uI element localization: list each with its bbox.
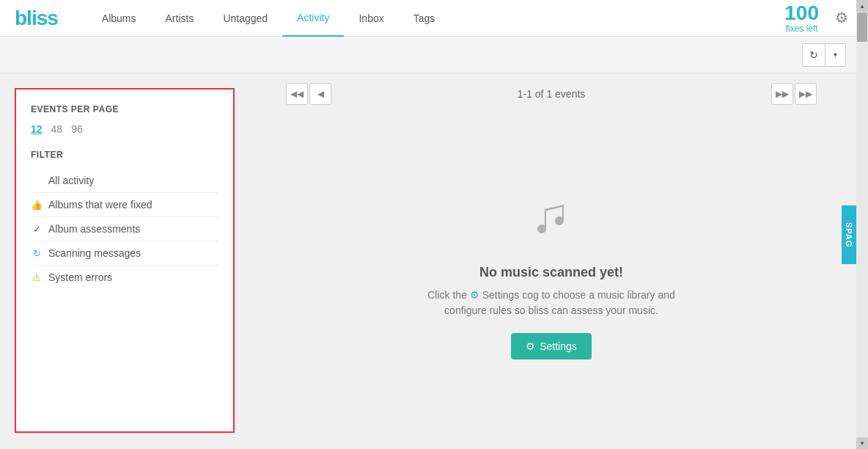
refresh-button[interactable]: ↻ [802,43,825,67]
settings-button-icon: ⚙ [526,340,535,352]
music-note-icon [526,189,577,250]
nav-albums[interactable]: Albums [87,0,151,37]
events-per-page-options: 12 48 96 [31,123,218,135]
first-page-icon: ◀◀ [290,89,304,99]
empty-state-title: No music scanned yet! [479,265,623,280]
settings-button-label: Settings [540,340,577,352]
gear-icon: ⚙ [835,9,848,26]
scan-icon: ↻ [31,248,43,259]
side-tab[interactable]: SPAG [842,205,856,264]
toolbar: ↻ ▾ [0,37,868,73]
last-page-icon: ▶▶ [799,89,812,99]
prev-page-button[interactable]: ◀ [309,83,331,105]
filter-scanning-messages-label: Scanning messages [48,247,141,259]
scroll-thumb[interactable] [857,12,867,42]
filter-system-errors-label: System errors [48,271,112,283]
warning-icon: ⚠ [31,272,43,283]
nav-inbox[interactable]: Inbox [344,0,398,37]
epp-96[interactable]: 96 [71,123,83,135]
fixes-count: 100 fixes left [784,2,819,34]
main-nav: Albums Artists Untagged Activity Inbox T… [87,0,784,37]
nav-untagged[interactable]: Untagged [208,0,282,37]
epp-48[interactable]: 48 [51,123,63,135]
filter-albums-fixed-label: Albums that were fixed [48,199,152,211]
prev-page-icon: ◀ [317,89,324,99]
events-per-page-title: EVENTS PER PAGE [31,104,218,114]
fixes-number: 100 [784,2,819,25]
filter-list: All activity 👍 Albums that were fixed ✓ … [31,169,218,289]
nav-activity[interactable]: Activity [282,0,344,37]
thumbsup-icon: 👍 [31,200,43,211]
pagination-top: ◀◀ ◀ 1-1 of 1 events ▶▶ ▶▶ [249,88,853,100]
pagination-right-nav: ▶▶ ▶▶ [771,83,817,105]
main-content: EVENTS PER PAGE 12 48 96 FILTER All acti… [0,73,868,448]
nav-artists[interactable]: Artists [151,0,209,37]
filter-title: FILTER [31,150,218,160]
settings-gear-button[interactable]: ⚙ [830,6,853,29]
pagination-left-nav: ◀◀ ◀ [286,83,331,105]
filter-all-activity[interactable]: All activity [31,169,218,193]
page-info: 1-1 of 1 events [518,88,586,100]
filter-panel: EVENTS PER PAGE 12 48 96 FILTER All acti… [15,88,235,433]
filter-section: FILTER All activity 👍 Albums that were f… [31,150,218,289]
last-page-button[interactable]: ▶▶ [795,83,817,105]
chevron-down-icon: ▾ [834,51,837,59]
settings-button[interactable]: ⚙ Settings [511,333,592,359]
scrollbar[interactable]: ▲ ▼ [856,0,868,449]
first-page-button[interactable]: ◀◀ [286,83,308,105]
scroll-up-arrow[interactable]: ▲ [856,0,868,12]
empty-state-description: Click the ⚙ Settings cog to choose a mus… [412,288,691,318]
check-icon: ✓ [31,224,43,235]
next-page-button[interactable]: ▶▶ [771,83,793,105]
fixes-label: fixes left [784,24,819,34]
nav-tags[interactable]: Tags [399,0,450,37]
scroll-down-arrow[interactable]: ▼ [856,437,868,449]
settings-cog-inline-icon: ⚙ [470,289,479,301]
empty-state: No music scanned yet! Click the ⚙ Settin… [249,114,853,433]
refresh-icon: ↻ [809,49,818,61]
header-right: 100 fixes left ⚙ [784,2,853,34]
refresh-group: ↻ ▾ [801,43,846,67]
filter-albums-fixed[interactable]: 👍 Albums that were fixed [31,193,218,217]
filter-system-errors[interactable]: ⚠ System errors [31,266,218,289]
filter-all-activity-label: All activity [48,175,94,186]
refresh-dropdown-button[interactable]: ▾ [825,43,846,67]
app-logo[interactable]: bliss [15,7,58,30]
filter-scanning-messages[interactable]: ↻ Scanning messages [31,241,218,266]
header: bliss Albums Artists Untagged Activity I… [0,0,868,37]
content-area: ◀◀ ◀ 1-1 of 1 events ▶▶ ▶▶ [249,88,853,433]
empty-desc-part2: Settings cog to choose a music library a… [444,289,675,316]
next-page-icon: ▶▶ [776,89,789,99]
epp-12[interactable]: 12 [31,123,43,135]
scroll-track [856,12,868,437]
filter-album-assessments-label: Album assessments [48,223,140,235]
empty-desc-part1: Click the [427,289,467,301]
filter-album-assessments[interactable]: ✓ Album assessments [31,217,218,241]
